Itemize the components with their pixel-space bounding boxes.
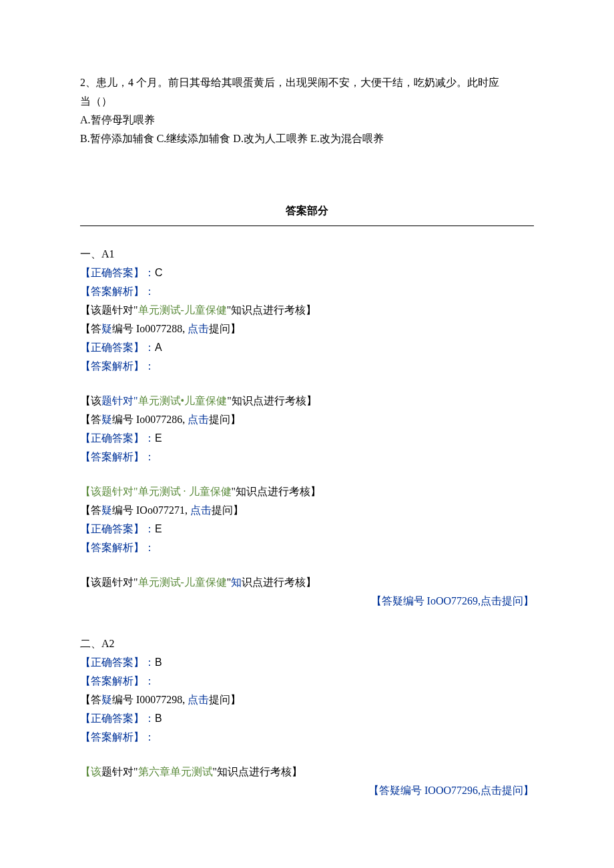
topic-line: 【该题针对"单元测试 · 儿童保健"知识点进行考核】 (80, 482, 534, 501)
topic-prefix: 【该题针对" (80, 576, 138, 588)
spacer (80, 557, 534, 573)
question-block: 2、患儿，4 个月。前日其母给其喂蛋黄后，出现哭闹不安，大便干结，吃奶减少。此时… (80, 73, 534, 148)
answer-value: A (155, 342, 162, 353)
answer-line: 【正确答案】：A (80, 338, 534, 357)
faq-mid: 编号 (112, 694, 136, 705)
faq-close: 提问】 (212, 504, 244, 516)
section-a1: 一、A1 【正确答案】：C 【答案解析】： 【该题针对"单元测试-儿童保健"知识… (80, 245, 534, 610)
answer-value: B (155, 657, 162, 668)
answer-value: E (155, 523, 162, 534)
faq-id: IOo077271, (136, 504, 190, 516)
analysis-label: 【答案解析】： (80, 282, 534, 301)
section-heading: 二、A2 (80, 634, 534, 653)
faq-id: I00077298, (136, 694, 188, 705)
analysis-label: 【答案解析】： (80, 448, 534, 466)
correct-answer-label: 【正确答案】： (80, 713, 155, 724)
topic-name: 单元测试-儿童保健 (138, 576, 227, 588)
topic-suffix: "知识点进行考核】 (232, 486, 322, 497)
faq-mid: 编号 (112, 323, 136, 334)
analysis-label: 【答案解析】： (80, 728, 534, 747)
faq-prefix: 【答 (80, 504, 101, 516)
answer-section-header-wrap: 答案部分 (80, 201, 534, 220)
answer-section-header: 答案部分 (286, 201, 328, 220)
topic-line: 【该题针对"单元测试-儿童保健"知识点进行考核】 (80, 301, 534, 320)
faq-yiword: 疑 (101, 323, 112, 334)
faq-click: 点击 (190, 504, 212, 516)
correct-answer-label: 【正确答案】： (80, 342, 155, 353)
topic-name: 单元测试•儿童保健 (138, 395, 228, 406)
spacer (80, 747, 534, 763)
faq-yiword: 疑 (101, 694, 112, 705)
faq-prefix: 【答 (80, 323, 101, 334)
topic-name: 单元测试-儿童保健 (138, 304, 227, 316)
topic-suffix: "知识点进行考核】 (213, 766, 303, 777)
analysis-label: 【答案解析】： (80, 538, 534, 557)
faq-click: 点击 (188, 323, 209, 334)
faq-yiword: 疑 (101, 504, 112, 516)
topic-line: 【该题针对"第六章单元测试"知识点进行考核】 (80, 763, 534, 781)
faq-click: 点击 (188, 414, 209, 425)
correct-answer-label: 【正确答案】： (80, 267, 155, 278)
answer-line: 【正确答案】：C (80, 264, 534, 282)
topic-suffix: "知识点进行考核】 (227, 304, 317, 316)
options-rest: B.暂停添加辅食 C.继续添加辅食 D.改为人工喂养 E.改为混合喂养 (80, 129, 534, 148)
correct-answer-label: 【正确答案】： (80, 523, 155, 534)
document-page: 2、患儿，4 个月。前日其母给其喂蛋黄后，出现哭闹不安，大便干结，吃奶减少。此时… (0, 0, 614, 840)
analysis-label: 【答案解析】： (80, 672, 534, 691)
topic-rest: 识点进行考核】 (242, 576, 316, 588)
topic-tiword: 题针对" (101, 395, 138, 406)
topic-zhiword: 知 (231, 576, 242, 588)
faq-mid: 编号 (112, 504, 136, 516)
section-a2: 二、A2 【正确答案】：B 【答案解析】： 【答疑编号 I00077298, 点… (80, 634, 534, 800)
question-stem-line: 2、患儿，4 个月。前日其母给其喂蛋黄后，出现哭闹不安，大便干结，吃奶减少。此时… (80, 73, 534, 92)
faq-close: 提问】 (209, 694, 241, 705)
divider (80, 226, 534, 226)
option-a: A.暂停母乳喂养 (80, 111, 534, 129)
faq-yiword: 疑 (101, 414, 112, 425)
topic-prefix: 【该题针对" (80, 486, 138, 497)
correct-answer-label: 【正确答案】： (80, 657, 155, 668)
faq-id: Io0077288, (136, 323, 188, 334)
correct-answer-label: 【正确答案】： (80, 432, 155, 444)
topic-line: 【该题针对"单元测试•儿童保健"知识点进行考核】 (80, 392, 534, 410)
faq-prefix: 【答 (80, 414, 101, 425)
topic-l-open: 【该 (80, 766, 101, 777)
faq-close: 提问】 (209, 323, 241, 334)
spacer (80, 610, 534, 634)
answer-line: 【正确答案】：B (80, 709, 534, 728)
topic-name: 单元测试 · 儿童保健 (138, 486, 232, 497)
topic-name: 第六章单元测试 (138, 766, 213, 777)
answer-value: C (155, 267, 163, 278)
faq-line: 【答疑编号 I00077298, 点击提问】 (80, 691, 534, 709)
faq-mid: 编号 (112, 414, 136, 425)
spacer (80, 466, 534, 482)
answer-line: 【正确答案】：B (80, 653, 534, 672)
question-stem-line: 当（） (80, 92, 534, 111)
topic-l-open: 【该 (80, 395, 101, 406)
faq-id: Io0077286, (136, 414, 188, 425)
faq-right: 【答疑编号 IoOO77269,点击提问】 (80, 592, 534, 610)
spacer (80, 376, 534, 392)
answer-value: B (155, 713, 162, 724)
faq-click: 点击 (188, 694, 209, 705)
topic-prefix: 【该题针对" (80, 304, 138, 316)
topic-suffix: "知识点进行考核】 (227, 395, 317, 406)
topic-tiword: 题针对" (101, 766, 138, 777)
answer-line: 【正确答案】：E (80, 520, 534, 538)
faq-line: 【答疑编号 Io0077288, 点击提问】 (80, 320, 534, 338)
topic-line: 【该题针对"单元测试-儿童保健"知识点进行考核】 (80, 573, 534, 592)
faq-close: 提问】 (209, 414, 241, 425)
section-heading: 一、A1 (80, 245, 534, 264)
faq-prefix: 【答 (80, 694, 101, 705)
answer-line: 【正确答案】：E (80, 429, 534, 448)
faq-line: 【答疑编号 IOo077271, 点击提问】 (80, 501, 534, 520)
answer-value: E (155, 432, 162, 444)
analysis-label: 【答案解析】： (80, 357, 534, 376)
faq-right: 【答疑编号 IOOO77296,点击提问】 (80, 781, 534, 800)
faq-line: 【答疑编号 Io0077286, 点击提问】 (80, 410, 534, 429)
